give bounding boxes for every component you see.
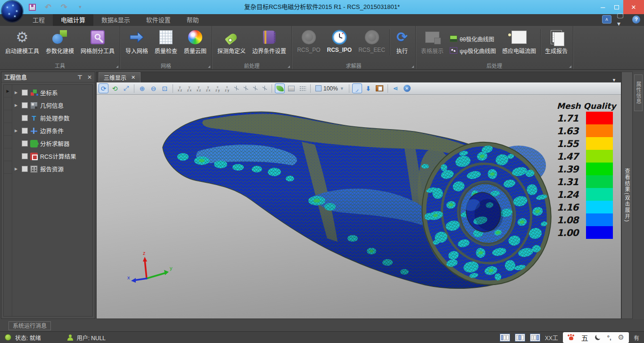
tree-item-preprocess-params[interactable]: T 前处理参数 bbox=[13, 112, 92, 124]
smooth-shading-button[interactable] bbox=[275, 83, 285, 93]
group-expand-icon[interactable] bbox=[288, 65, 290, 68]
view-orientation-button[interactable]: xz y bbox=[214, 84, 222, 93]
spin-view-button[interactable]: ⟲ bbox=[110, 83, 120, 93]
isometric-view-button[interactable] bbox=[261, 84, 269, 93]
ime-halfwidth-icon[interactable] bbox=[595, 335, 601, 340]
zoom-in-button[interactable]: ⊕ bbox=[137, 83, 147, 93]
collapse-ribbon-button[interactable]: ˄ bbox=[602, 15, 611, 24]
ime-logo-icon[interactable] bbox=[568, 335, 575, 341]
theta-polarization-curve-button[interactable]: θθ极化曲线图 bbox=[450, 35, 496, 43]
help-icon[interactable]: ? bbox=[632, 16, 640, 24]
tab-3d-display[interactable]: 三维显示 ✕ bbox=[99, 72, 140, 82]
checkbox[interactable] bbox=[22, 153, 28, 159]
rotate-view-button[interactable]: ⟳ bbox=[99, 83, 108, 93]
checkbox[interactable] bbox=[22, 115, 28, 121]
view-orientation-button[interactable]: yx z bbox=[195, 84, 203, 93]
app-logo[interactable] bbox=[2, 1, 23, 22]
close-icon[interactable]: ✕ bbox=[87, 74, 92, 81]
layout-center-button[interactable] bbox=[515, 334, 525, 342]
tree-item-report-resources[interactable]: ▶ 报告资源 bbox=[13, 163, 92, 175]
share-button[interactable]: ⋖ bbox=[391, 83, 401, 93]
checkbox[interactable] bbox=[22, 140, 28, 147]
boundary-condition-settings-button[interactable]: 边界条件设置 bbox=[249, 27, 289, 62]
tree-item-boundary-condition[interactable]: ▶ 边界条件 bbox=[13, 124, 92, 137]
view-orientation-button[interactable]: yz x bbox=[185, 84, 193, 93]
quality-check-button[interactable]: 质量检查 bbox=[151, 27, 181, 62]
save-button[interactable] bbox=[27, 2, 37, 12]
minimize-button[interactable]: ─ bbox=[596, 0, 610, 14]
isometric-view-button[interactable] bbox=[232, 84, 240, 93]
3d-canvas[interactable]: z y x Mesh Quality 1.71 1.63 1.55 1.47 1… bbox=[97, 95, 621, 318]
parametric-modeling-button[interactable]: 参数化建模 bbox=[42, 27, 77, 62]
view-orientation-button[interactable]: yz x bbox=[204, 84, 212, 93]
bottom-dock: 系统运行消息 bbox=[0, 319, 644, 331]
pin-icon[interactable]: ⊤ bbox=[77, 74, 83, 81]
curve-select-button[interactable]: ◞ bbox=[352, 83, 362, 93]
tab-project[interactable]: 工程 bbox=[25, 14, 53, 26]
zoom-out-button[interactable]: ⊖ bbox=[149, 83, 158, 93]
copyright-text-left: XX工 bbox=[545, 334, 558, 342]
tab-software-settings[interactable]: 软件设置 bbox=[138, 14, 179, 26]
tab-em-computation[interactable]: 电磁计算 bbox=[53, 14, 93, 26]
generate-report-button[interactable]: 生成报告 bbox=[542, 27, 571, 62]
zoom-fit-button[interactable]: ⊡ bbox=[160, 83, 170, 93]
delete-view-button[interactable]: ✕ bbox=[402, 83, 412, 93]
tree-item-coordinate-system[interactable]: ▶ 坐标系 bbox=[13, 86, 92, 99]
checkbox[interactable] bbox=[22, 166, 28, 172]
psi-polarization-curve-button[interactable]: ψψ极化曲线图 bbox=[450, 47, 496, 55]
group-expand-icon[interactable] bbox=[569, 65, 571, 68]
isometric-view-button[interactable] bbox=[251, 84, 259, 93]
ime-punctuation-toggle[interactable]: °, bbox=[607, 334, 611, 341]
tab-help[interactable]: 帮助 bbox=[179, 14, 207, 26]
view-orientation-button[interactable]: xz y bbox=[223, 84, 231, 93]
execute-button[interactable]: ⟳ 执行 bbox=[391, 27, 413, 62]
checkbox[interactable] bbox=[22, 90, 28, 96]
tree-item-geometry-info[interactable]: ▶ 几何信息 bbox=[13, 99, 92, 112]
import-mesh-button[interactable]: 导入网格 bbox=[122, 27, 151, 62]
quality-cloud-map-button[interactable]: 质量云图 bbox=[181, 27, 210, 62]
layout-left-button[interactable] bbox=[500, 334, 510, 342]
layout-right-button[interactable] bbox=[530, 334, 540, 342]
group-expand-icon[interactable] bbox=[412, 65, 414, 68]
ime-settings-icon[interactable]: ⚙ bbox=[618, 333, 624, 342]
tree-item-rcs-results[interactable]: RCS计算结果 bbox=[13, 150, 92, 163]
display-style-button[interactable]: 🖵 ▾ bbox=[617, 15, 627, 24]
wireframe-button[interactable] bbox=[297, 83, 307, 93]
expander-icon[interactable]: ▶ bbox=[15, 167, 19, 171]
zoom-level-select[interactable]: 100% ▼ bbox=[314, 85, 346, 92]
rcs-ipo-button[interactable]: RCS_IPO bbox=[323, 27, 355, 62]
redo-button[interactable]: ↷ bbox=[59, 2, 69, 12]
checkbox[interactable] bbox=[22, 128, 28, 134]
group-expand-icon[interactable] bbox=[208, 65, 210, 68]
tab-data-display[interactable]: 数据&显示 bbox=[93, 14, 138, 26]
flat-shading-button[interactable] bbox=[286, 83, 296, 93]
view-orientation-button[interactable]: yx z bbox=[176, 84, 184, 93]
ime-toolbar[interactable]: 五 °, ⚙ bbox=[563, 332, 629, 343]
checkbox[interactable] bbox=[22, 102, 28, 108]
system-messages-tab[interactable]: 系统运行消息 bbox=[8, 321, 51, 330]
isometric-view-button[interactable] bbox=[242, 84, 250, 93]
tree-item-analysis-solver[interactable]: 分析求解器 bbox=[13, 137, 92, 150]
expander-icon[interactable]: ▶ bbox=[15, 90, 19, 95]
launch-modeling-tool-button[interactable]: ⚙ 启动建模工具 bbox=[2, 27, 42, 62]
chevron-down-icon[interactable]: ▼ bbox=[612, 76, 621, 82]
view-results-collapsed-tab[interactable]: 查看结果(双击展开) bbox=[621, 72, 633, 319]
undo-button[interactable]: ↶ bbox=[43, 2, 53, 12]
ime-wubi-mode[interactable]: 五 bbox=[581, 333, 588, 343]
properties-collapsed-tab[interactable]: 属性信息 bbox=[634, 74, 643, 111]
drop-marker-button[interactable]: ⬇ bbox=[363, 83, 373, 93]
group-expand-icon[interactable] bbox=[116, 65, 118, 68]
restore-icon bbox=[614, 5, 619, 9]
induced-current-map-button[interactable]: 感应电磁流图 bbox=[499, 27, 539, 62]
expander-icon[interactable]: ▶ bbox=[15, 103, 19, 107]
boundary-icon bbox=[30, 127, 38, 135]
geometry-icon bbox=[30, 102, 38, 109]
ribbon-group-preprocess: 探测角定义 边界条件设置 前处理 bbox=[212, 26, 292, 69]
pan-view-button[interactable]: ⤢ bbox=[121, 83, 131, 93]
expander-icon[interactable]: ▶ bbox=[15, 129, 19, 133]
close-icon[interactable]: ✕ bbox=[131, 74, 135, 81]
refresh-arrows-icon: ⟳ bbox=[396, 31, 407, 44]
mesh-partition-tool-button[interactable]: 网格剖分工具 bbox=[77, 27, 118, 62]
probe-angle-define-button[interactable]: 探测角定义 bbox=[214, 27, 249, 62]
scene-manager-button[interactable] bbox=[375, 83, 385, 93]
